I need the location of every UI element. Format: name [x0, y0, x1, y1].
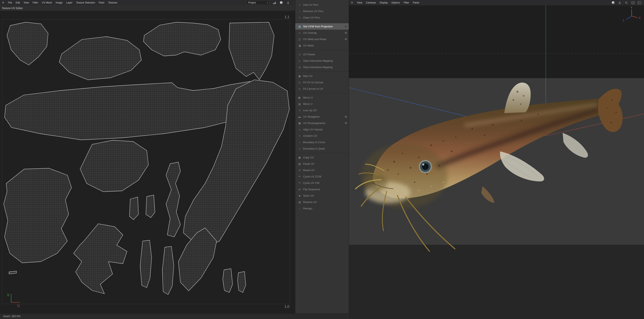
- columns-icon[interactable]: [638, 1, 642, 5]
- uv-command-list: +Add UV Pins−Remove UV Pins×Clear UV Pin…: [295, 0, 349, 212]
- viewport-top-band: [349, 5, 644, 78]
- command-store-uv[interactable]: ■Store UV: [295, 192, 349, 199]
- command-cycle-uv-cw[interactable]: ↷Cycle UV CW: [295, 180, 349, 186]
- command-copy-uv[interactable]: ▣Copy UV: [295, 154, 349, 161]
- menu-filter[interactable]: Filter: [31, 0, 40, 5]
- menu-uv-mesh[interactable]: UV Mesh: [40, 0, 54, 5]
- viewport-toolbar-icons: ↻: [611, 1, 644, 5]
- command-remove-uv-pins[interactable]: −Remove UV Pins: [295, 8, 349, 15]
- camera-icon[interactable]: [631, 1, 635, 5]
- hamburger-icon[interactable]: ≡: [349, 0, 355, 5]
- command-start-interactive-mapping[interactable]: ▷Start Interactive Mapping: [295, 58, 349, 64]
- command-boundary-to-quad[interactable]: □Boundary to Quad: [295, 145, 349, 152]
- command-label: UV Rectangularize: [303, 122, 325, 125]
- command-uv-peeler[interactable]: ≡UV Peeler: [295, 51, 349, 58]
- command-icon: ■: [298, 194, 302, 197]
- gear-icon[interactable]: ⚙: [344, 122, 347, 125]
- command-restore-uv[interactable]: ▥Restore UV: [295, 199, 349, 205]
- u-axis-label: U: [17, 304, 20, 307]
- command-boundary-to-circle[interactable]: ○Boundary to Circle: [295, 139, 349, 145]
- gizmo-x-label: X: [639, 16, 641, 20]
- gear-icon[interactable]: ⚙: [344, 38, 347, 41]
- gizmo-z-label: Z: [623, 19, 624, 22]
- gizmo-y-label: Y: [630, 6, 632, 9]
- viewport-3d[interactable]: Y Z X: [349, 5, 644, 319]
- viewport-bottom-band: [349, 245, 644, 319]
- command-icon: ▭: [298, 87, 302, 90]
- gear-icon[interactable]: ⚙: [344, 115, 347, 118]
- command-line-up-uv[interactable]: ≡Line Up UV: [295, 107, 349, 114]
- command-set-uvw-from-projection[interactable]: ▦Set UVW from Projection⚙: [295, 23, 349, 30]
- command-fit-uv-to-canvas[interactable]: ▢Fit UV to Canvas: [295, 79, 349, 86]
- menu-image[interactable]: Image: [54, 0, 64, 5]
- command-label: Mirror U: [303, 96, 313, 99]
- command-align-uv-islands[interactable]: ▱Align UV Islands: [295, 126, 349, 133]
- menu-layer[interactable]: Layer: [64, 0, 74, 5]
- command-label: Cycle UV CCW: [303, 175, 322, 178]
- menu-file[interactable]: File: [6, 0, 14, 5]
- command-label: Flip Sequence: [303, 188, 320, 191]
- hamburger-icon[interactable]: ≡: [0, 0, 6, 5]
- menu-textures[interactable]: Textures: [106, 0, 119, 5]
- command-max-uv[interactable]: ▣Max UV: [295, 73, 349, 79]
- command-add-uv-pins[interactable]: +Add UV Pins: [295, 2, 349, 8]
- viewport-menu-display[interactable]: Display: [378, 0, 390, 5]
- command-mirror-v[interactable]: ▤Mirror V: [295, 101, 349, 107]
- viewport-menu-panel[interactable]: Panel: [411, 0, 421, 5]
- sphere-icon[interactable]: [611, 1, 615, 5]
- command-label: UV Unwrap: [303, 31, 317, 34]
- command-uv-rectangularize[interactable]: ▦UV Rectangularize⚙: [295, 120, 349, 126]
- command-unstitch-uv[interactable]: ◊Unstitch UV: [295, 133, 349, 139]
- command-label: Stop Interactive Mapping: [303, 66, 333, 69]
- fish-eye: [419, 160, 432, 173]
- viewport-menu-cameras[interactable]: Cameras: [364, 0, 378, 5]
- download-arrow-icon[interactable]: [618, 1, 622, 5]
- viewport-menu-view[interactable]: View: [355, 0, 364, 5]
- viewport-menu-filter[interactable]: Filter: [402, 0, 411, 5]
- command-icon: ↷: [298, 182, 302, 184]
- command-uv-weld-and-relax[interactable]: ◫UV Weld and Relax⚙: [295, 36, 349, 42]
- menu-texture-selection[interactable]: Texture Selection: [74, 0, 97, 5]
- command-mirror-u[interactable]: ◧Mirror U: [295, 94, 349, 101]
- gear-icon[interactable]: ⚙: [344, 31, 347, 34]
- command-paste-uv[interactable]: ▤Paste UV: [295, 161, 349, 167]
- separator: [295, 153, 349, 153]
- command-uv-weld[interactable]: ◨UV Weld: [295, 42, 349, 49]
- command-clear-uv-pins[interactable]: ×Clear UV Pins: [295, 15, 349, 21]
- menu-edit[interactable]: Edit: [14, 0, 22, 5]
- uv-island[interactable]: [146, 195, 155, 218]
- command-uv-straighten[interactable]: ▬UV Straighten⚙: [295, 114, 349, 120]
- history-icon[interactable]: ↻: [624, 1, 628, 5]
- viewport-canvas[interactable]: Y Z X: [349, 5, 644, 319]
- download-arrow-icon[interactable]: [286, 1, 290, 5]
- command-uv-unwrap[interactable]: ◇UV Unwrap⚙: [295, 30, 349, 36]
- command-fit-canvas-to-uv[interactable]: ▭Fit Canvas to UV: [295, 86, 349, 92]
- sphere-icon[interactable]: [279, 1, 283, 5]
- uv-tile-label-bottom: 1,0: [284, 304, 289, 308]
- uv-tile-label-top: 1,1: [284, 15, 289, 19]
- command-icon: +: [298, 4, 302, 6]
- command-icon: □: [298, 147, 302, 150]
- application-window: ≡ FileEditViewFilterUV MeshImageLayerTex…: [0, 0, 644, 319]
- menu-view[interactable]: View: [22, 0, 31, 5]
- command-flip-sequence[interactable]: ⇄Flip Sequence: [295, 186, 349, 192]
- command-icon: ◇: [298, 32, 302, 34]
- command-remap[interactable]: ↔Remap...: [295, 205, 349, 212]
- command-icon: ↶: [298, 175, 302, 178]
- right-menubar-items: ViewCamerasDisplayOptionsFilterPanel: [355, 0, 421, 5]
- project-dropdown[interactable]: Project ▾: [246, 1, 270, 5]
- viewport-menu-options[interactable]: Options: [390, 0, 402, 5]
- command-icon: ◨: [298, 44, 302, 47]
- command-cycle-uv-ccw[interactable]: ↶Cycle UV CCW: [295, 173, 349, 180]
- command-stop-interactive-mapping[interactable]: ◎Stop Interactive Mapping: [295, 64, 349, 70]
- chart-icon[interactable]: [272, 1, 276, 5]
- uv-canvas[interactable]: 1,1 1,0 V U: [0, 11, 295, 313]
- gear-icon[interactable]: ⚙: [344, 25, 347, 28]
- command-reset-uv[interactable]: ↺Reset UV: [295, 167, 349, 173]
- command-icon: ◊: [298, 135, 302, 137]
- command-label: Cycle UV CW: [303, 181, 319, 184]
- command-icon: ×: [298, 16, 302, 19]
- menu-paint[interactable]: Paint: [97, 0, 106, 5]
- command-icon: ◧: [298, 96, 302, 99]
- uv-canvas-svg[interactable]: 1,1 1,0 V U: [0, 11, 295, 313]
